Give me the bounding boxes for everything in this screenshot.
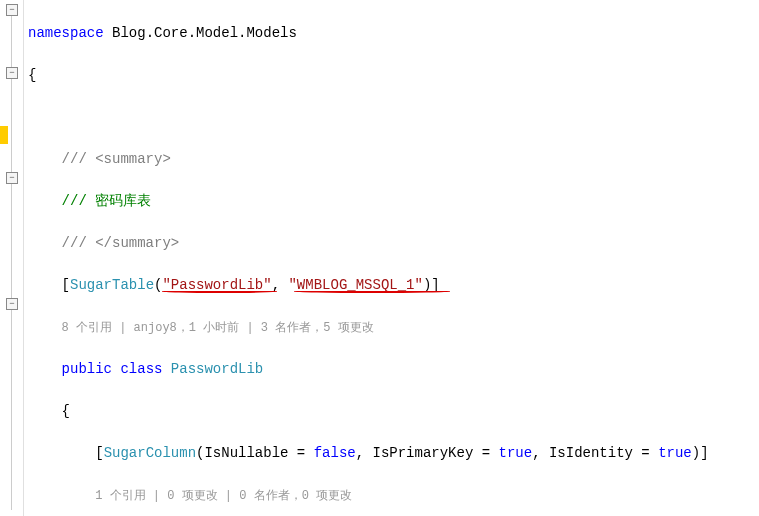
- annotation-underline: [294, 290, 450, 293]
- keyword-class: class: [112, 361, 171, 377]
- code-fold-gutter: − − − −: [0, 0, 24, 516]
- attr-args: , IsPrimaryKey =: [356, 445, 499, 461]
- attr-bracket-open: [: [95, 445, 103, 461]
- class-name: PasswordLib: [171, 361, 263, 377]
- attr-sugarcolumn: SugarColumn: [104, 445, 196, 461]
- blank-line: [28, 107, 759, 128]
- fold-minus-icon[interactable]: −: [6, 298, 18, 310]
- codelens-plid[interactable]: 1 个引用 | 0 项更改 | 0 名作者，0 项更改: [95, 489, 352, 503]
- keyword-public: public: [62, 361, 112, 377]
- xml-doc-summary-open: /// <summary>: [62, 151, 171, 167]
- attr-close: )]: [692, 445, 709, 461]
- keyword-true: true: [658, 445, 692, 461]
- xml-doc-summary-close: /// </summary>: [62, 235, 180, 251]
- keyword-true: true: [499, 445, 533, 461]
- fold-minus-icon[interactable]: −: [6, 67, 18, 79]
- attr-args: , IsIdentity =: [532, 445, 658, 461]
- attr-args: (IsNullable =: [196, 445, 314, 461]
- fold-minus-icon[interactable]: −: [6, 4, 18, 16]
- keyword-namespace: namespace: [28, 25, 104, 41]
- xml-doc-text: /// 密码库表: [62, 193, 152, 209]
- code-editor-content[interactable]: namespace Blog.Core.Model.Models { /// <…: [24, 0, 759, 516]
- brace-open: {: [62, 403, 70, 419]
- fold-minus-icon[interactable]: −: [6, 172, 18, 184]
- attr-bracket-open: [: [62, 277, 70, 293]
- annotation-underline: [162, 290, 277, 293]
- keyword-false: false: [314, 445, 356, 461]
- change-marker: [0, 126, 8, 144]
- attr-sugartable: SugarTable: [70, 277, 154, 293]
- namespace-name: Blog.Core.Model.Models: [104, 25, 297, 41]
- brace-open: {: [28, 67, 36, 83]
- fold-guide-line: [11, 10, 12, 510]
- codelens-class[interactable]: 8 个引用 | anjoy8，1 小时前 | 3 名作者，5 项更改: [62, 321, 374, 335]
